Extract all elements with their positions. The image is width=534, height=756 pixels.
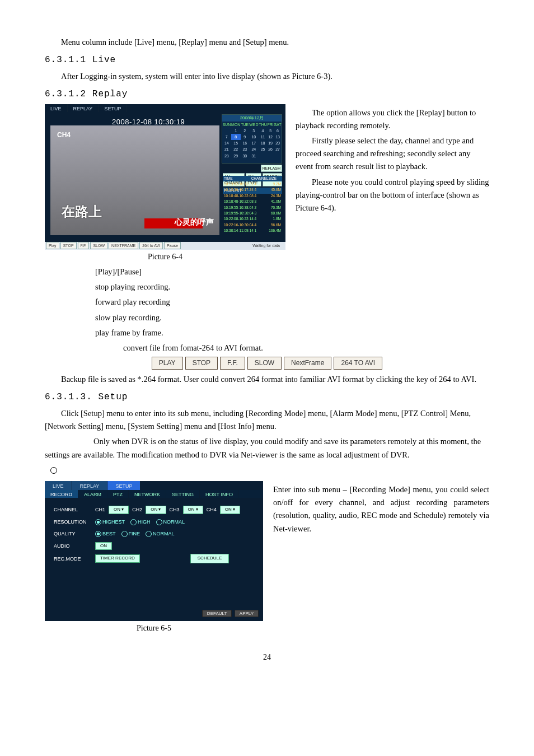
btn-ff[interactable]: F.F.	[220, 357, 245, 370]
pb-slow[interactable]: SLOW	[90, 242, 107, 249]
playback-bar[interactable]: Play STOP F.F. SLOW NEXTFRAME 264 to AVI…	[45, 242, 285, 250]
page-number: 24	[45, 651, 489, 664]
radio-icon[interactable]	[95, 519, 101, 525]
setup-screenshot: LIVE REPLAY SETUP RECORD ALARM PTZ NETWO…	[45, 481, 263, 621]
file-row[interactable]: 10:19:55-10:38:04360.6M	[223, 211, 282, 216]
label-channel: CHANNEL	[54, 506, 95, 514]
line-slow: slow play recording.	[95, 311, 489, 324]
ch-select[interactable]: ON ▾	[183, 506, 203, 514]
s2-sub-alarm[interactable]: ALARM	[78, 490, 107, 498]
pb-nextframe[interactable]: NEXTFRAME	[109, 242, 138, 249]
default-button[interactable]: DEFAULT	[202, 610, 232, 617]
setup-para-1: Click [Setup] menu to enter into its sub…	[45, 407, 489, 433]
ch-select[interactable]: ON ▾	[220, 506, 240, 514]
s2-sub-network[interactable]: NETWORK	[129, 490, 166, 498]
calendar-grid[interactable]: SUNMONTUEWEDTHUFRISAT1234567891011121314…	[222, 122, 282, 159]
label-quality: QUALITY	[54, 530, 95, 538]
s2-sub-ptz[interactable]: PTZ	[107, 490, 129, 498]
ch-label: CH3	[170, 506, 180, 514]
replay-para-2: Firstly please select the day, channel a…	[296, 134, 489, 174]
s2-sub-hostinfo[interactable]: HOST INFO	[200, 490, 239, 498]
ch-label: CH2	[132, 506, 142, 514]
opt-q-best[interactable]: BEST	[102, 531, 116, 536]
pb-ff[interactable]: F.F.	[78, 242, 90, 249]
line-ff: forward play recording	[95, 296, 489, 309]
btn-264-to-avi[interactable]: 264 TO AVI	[334, 357, 382, 370]
ch-label: CH1	[95, 506, 105, 514]
intro-paragraph: Menu column include [Live] menu, [Replay…	[45, 36, 489, 49]
col-size: SIZE	[269, 176, 282, 181]
file-row[interactable]: 10:19:55-10:38:04270.3M	[223, 205, 282, 211]
opt-q-fine[interactable]: FINE	[129, 531, 140, 536]
calendar-title: 2008年12月	[222, 115, 282, 122]
figure-caption-6-5: Picture 6-5	[45, 622, 263, 634]
line-convert: convert file from fomat-264 to AVI forma…	[123, 342, 489, 354]
file-row[interactable]: 10:18:48-10:22:08341.0M	[223, 199, 282, 204]
file-row[interactable]: 10:18:48-10:22:08424.3M	[223, 193, 282, 199]
setup-right-para: Enter into sub menu – [Recording Mode] m…	[273, 483, 489, 535]
line-play-pause: [Play]/[Pause]	[95, 265, 489, 278]
radio-icon[interactable]	[156, 519, 162, 525]
label-resolution: RESOLUTION	[54, 518, 95, 526]
calendar[interactable]: 2008年12月 SUNMONTUEWEDTHUFRISAT1234567891…	[222, 114, 282, 164]
figure-caption-6-4: Picture 6-4	[45, 251, 285, 263]
refresh-button[interactable]: REFLASH	[261, 165, 282, 172]
opt-res-high[interactable]: HIGH	[138, 519, 151, 525]
file-row[interactable]: 10:13:36-10:17:24445.6M	[223, 187, 282, 193]
radio-icon[interactable]	[121, 531, 128, 537]
btn-play[interactable]: PLAY	[152, 357, 183, 370]
line-stop: stop playing recording.	[95, 281, 489, 293]
opt-q-normal[interactable]: NORMAL	[153, 531, 175, 536]
pb-play[interactable]: Play	[46, 242, 59, 249]
line-frame: play frame by frame.	[95, 326, 489, 339]
col-channel: CHANNEL	[251, 176, 269, 181]
replay-para-3: Please note you could control playing sp…	[296, 176, 489, 215]
radio-icon[interactable]	[130, 519, 137, 525]
file-row[interactable]: 10:30:14-11:09:141166.4M	[223, 228, 282, 234]
document-page: Menu column include [Live] menu, [Replay…	[0, 0, 534, 687]
ch-label: CH4	[207, 506, 217, 514]
s2-tab-setup[interactable]: SETUP	[107, 481, 140, 490]
recmode-select[interactable]: TIMER RECORD	[95, 554, 140, 563]
pb-status: Waiting for data	[250, 242, 282, 249]
audio-select[interactable]: ON	[95, 542, 112, 550]
live-paragraph: After Logging-in system, system will ent…	[45, 70, 489, 83]
heading-setup: 6.3.1.3. Setup	[45, 390, 489, 405]
schedule-button[interactable]: SCHEDULE	[190, 554, 229, 563]
btn-slow[interactable]: SLOW	[247, 357, 282, 370]
opt-res-highest[interactable]: HIGHEST	[102, 519, 125, 525]
file-row[interactable]: 10:22:16-10:30:04456.6M	[223, 222, 282, 228]
s2-tab-replay[interactable]: REPLAY	[72, 481, 108, 490]
bullet-icon	[50, 467, 57, 474]
file-list[interactable]: TIME CHANNEL SIZE 10:13:02-10:13:3149.2M…	[223, 176, 282, 234]
replay-para-4: Backup file is saved as *.264 format. Us…	[45, 373, 489, 386]
video-overlay-2: 心灵的呼声	[175, 216, 214, 228]
channel-label: CH4	[57, 130, 71, 141]
video-overlay-1: 在路上	[62, 201, 102, 222]
shot-tab-live[interactable]: LIVE	[45, 104, 68, 112]
shot-tab-setup[interactable]: SETUP	[99, 104, 127, 112]
radio-icon[interactable]	[95, 531, 101, 537]
ch-select[interactable]: ON ▾	[109, 506, 129, 514]
pb-stop[interactable]: STOP	[60, 242, 77, 249]
btn-nextframe[interactable]: NextFrame	[284, 357, 331, 370]
video-timestamp: 2008-12-08 10:30:19	[112, 116, 185, 128]
shot-tab-replay[interactable]: REPLAY	[68, 104, 99, 112]
pb-264avi[interactable]: 264 to AVI	[139, 242, 163, 249]
file-row[interactable]: 10:13:02-10:13:3149.2M	[223, 181, 282, 187]
file-row[interactable]: 10:22:08-10:22:1441.8M	[223, 216, 282, 222]
pb-pause[interactable]: Pause	[164, 242, 181, 249]
heading-live: 6.3.1.1 Live	[45, 53, 489, 68]
ch-select[interactable]: ON ▾	[146, 506, 166, 514]
opt-res-normal[interactable]: NORMAL	[163, 519, 185, 525]
label-recmode: REC.MODE	[54, 555, 95, 563]
apply-button[interactable]: APPLY	[235, 610, 259, 617]
s2-sub-setting[interactable]: SETTING	[166, 490, 200, 498]
s2-sub-record[interactable]: RECORD	[45, 490, 78, 498]
video-area: 在路上 心灵的呼声	[50, 125, 219, 235]
btn-stop[interactable]: STOP	[185, 357, 218, 370]
setup-para-2: Only when DVR is on the status of live d…	[45, 435, 489, 461]
s2-tab-live[interactable]: LIVE	[45, 481, 72, 490]
radio-icon[interactable]	[146, 531, 152, 537]
heading-replay: 6.3.1.2 Replay	[45, 87, 489, 102]
